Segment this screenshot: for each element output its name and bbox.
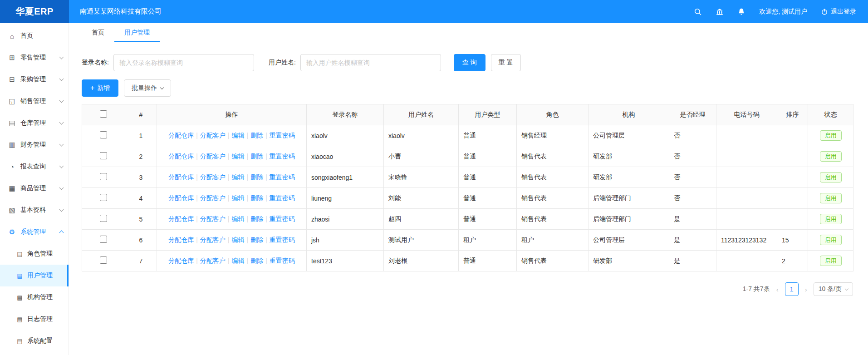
status-badge[interactable]: 启用 <box>820 193 842 204</box>
sidebar-subitem-config[interactable]: ▤系统配置 <box>0 330 69 352</box>
delete-link[interactable]: 删除 <box>250 173 263 181</box>
sidebar-item-finance[interactable]: ▥财务管理 <box>0 134 69 156</box>
welcome-text[interactable]: 欢迎您, 测试用户 <box>759 8 807 16</box>
sidebar-item-system[interactable]: ⚙系统管理 <box>0 221 69 243</box>
status-badge[interactable]: 启用 <box>820 130 842 141</box>
reset-password-link[interactable]: 重置密码 <box>270 132 295 139</box>
delete-link[interactable]: 删除 <box>250 236 263 243</box>
assign-customer-link[interactable]: 分配客户 <box>200 194 226 202</box>
sidebar-subitem-label: 系统配置 <box>27 337 53 345</box>
delete-link[interactable]: 删除 <box>250 194 263 202</box>
logout-button[interactable]: 退出登录 <box>821 8 856 16</box>
edit-link[interactable]: 编辑 <box>232 132 245 139</box>
reset-password-link[interactable]: 重置密码 <box>270 257 295 264</box>
operation-separator: | <box>247 215 249 222</box>
query-button[interactable]: 查 询 <box>454 54 485 71</box>
platform-icon[interactable] <box>716 8 724 16</box>
row-checkbox[interactable] <box>100 131 107 138</box>
delete-link[interactable]: 删除 <box>250 132 263 139</box>
status-badge[interactable]: 启用 <box>820 151 842 162</box>
tab-user-management[interactable]: 用户管理 <box>114 23 160 42</box>
reset-password-link[interactable]: 重置密码 <box>270 153 295 160</box>
search-icon[interactable] <box>694 8 702 16</box>
user-name-input[interactable] <box>300 54 441 71</box>
add-button[interactable]: + 新增 <box>82 79 118 97</box>
prev-page-button[interactable]: ‹ <box>775 286 780 293</box>
reset-button[interactable]: 重 置 <box>491 54 521 71</box>
sidebar-item-report[interactable]: ◔报表查询 <box>0 156 69 178</box>
login-name-input[interactable] <box>113 54 254 71</box>
reset-password-link[interactable]: 重置密码 <box>270 194 295 202</box>
page-size-select[interactable]: 10 条/页 <box>814 282 853 296</box>
reset-password-link[interactable]: 重置密码 <box>270 215 295 222</box>
edit-link[interactable]: 编辑 <box>232 173 245 181</box>
sidebar-item-purchase[interactable]: ⊟采购管理 <box>0 69 69 90</box>
status-badge[interactable]: 启用 <box>820 214 842 225</box>
row-checkbox-cell <box>82 230 125 251</box>
assign-warehouse-link[interactable]: 分配仓库 <box>168 257 194 264</box>
assign-customer-link[interactable]: 分配客户 <box>200 132 226 139</box>
delete-link[interactable]: 删除 <box>250 215 263 222</box>
edit-link[interactable]: 编辑 <box>232 236 245 243</box>
assign-customer-link[interactable]: 分配客户 <box>200 173 226 181</box>
sidebar-item-retail[interactable]: ⊞零售管理 <box>0 47 69 69</box>
sidebar-subitem-org[interactable]: ▤机构管理 <box>0 286 69 308</box>
row-checkbox[interactable] <box>100 194 107 201</box>
status-badge[interactable]: 启用 <box>820 235 842 246</box>
document-icon: ▤ <box>16 316 23 323</box>
batch-operations-button[interactable]: 批量操作 <box>124 79 171 97</box>
row-checkbox[interactable] <box>100 236 107 243</box>
reset-password-link[interactable]: 重置密码 <box>270 236 295 243</box>
edit-link[interactable]: 编辑 <box>232 153 245 160</box>
next-page-button[interactable]: › <box>804 286 808 293</box>
power-icon <box>821 8 828 15</box>
sidebar-item-sales[interactable]: ◱销售管理 <box>0 90 69 112</box>
chevron-down-icon <box>845 286 848 290</box>
sidebar-item-warehouse[interactable]: ▤仓库管理 <box>0 112 69 134</box>
assign-warehouse-link[interactable]: 分配仓库 <box>168 194 194 202</box>
delete-link[interactable]: 删除 <box>250 257 263 264</box>
assign-customer-link[interactable]: 分配客户 <box>200 215 226 222</box>
row-operations-cell: 分配仓库|分配客户|编辑|删除|重置密码 <box>157 251 307 271</box>
status-badge[interactable]: 启用 <box>820 256 842 266</box>
row-checkbox[interactable] <box>100 256 107 264</box>
sidebar-item-basic[interactable]: ▧基本资料 <box>0 199 69 221</box>
assign-warehouse-link[interactable]: 分配仓库 <box>168 215 194 222</box>
operation-separator: | <box>247 257 249 264</box>
current-page-button[interactable]: 1 <box>785 282 799 296</box>
delete-link[interactable]: 删除 <box>250 153 263 160</box>
reset-password-link[interactable]: 重置密码 <box>270 173 295 181</box>
sidebar-item-home[interactable]: ⌂首页 <box>0 25 69 47</box>
select-all-checkbox[interactable] <box>100 110 107 118</box>
row-checkbox-cell <box>82 188 125 209</box>
company-name: 南通某某网络科技有限公司 <box>80 7 162 16</box>
operation-separator: | <box>265 173 267 181</box>
edit-link[interactable]: 编辑 <box>232 257 245 264</box>
assign-warehouse-link[interactable]: 分配仓库 <box>168 132 194 139</box>
assign-customer-link[interactable]: 分配客户 <box>200 153 226 160</box>
sidebar-item-goods[interactable]: ▦商品管理 <box>0 178 69 199</box>
status-badge[interactable]: 启用 <box>820 172 842 183</box>
assign-warehouse-link[interactable]: 分配仓库 <box>168 173 194 181</box>
row-checkbox[interactable] <box>100 215 107 222</box>
edit-link[interactable]: 编辑 <box>232 194 245 202</box>
operation-separator: | <box>247 194 249 202</box>
edit-link[interactable]: 编辑 <box>232 215 245 222</box>
chevron-down-icon <box>59 186 64 190</box>
sidebar-subitem-log[interactable]: ▤日志管理 <box>0 308 69 330</box>
assign-warehouse-link[interactable]: 分配仓库 <box>168 153 194 160</box>
bell-icon[interactable] <box>737 8 745 16</box>
row-operations-cell: 分配仓库|分配客户|编辑|删除|重置密码 <box>157 209 307 230</box>
tab-home[interactable]: 首页 <box>82 23 114 42</box>
assign-customer-link[interactable]: 分配客户 <box>200 257 226 264</box>
organization-cell: 研发部 <box>588 146 669 167</box>
sidebar-subitem-role[interactable]: ▤角色管理 <box>0 243 69 265</box>
operation-separator: | <box>228 236 230 243</box>
row-checkbox[interactable] <box>100 152 107 159</box>
login-name-cell: zhaosi <box>307 209 384 230</box>
assign-customer-link[interactable]: 分配客户 <box>200 236 226 243</box>
sidebar-subitem-user[interactable]: ▤用户管理 <box>0 265 69 286</box>
phone-cell <box>716 146 777 167</box>
assign-warehouse-link[interactable]: 分配仓库 <box>168 236 194 243</box>
row-checkbox[interactable] <box>100 173 107 180</box>
